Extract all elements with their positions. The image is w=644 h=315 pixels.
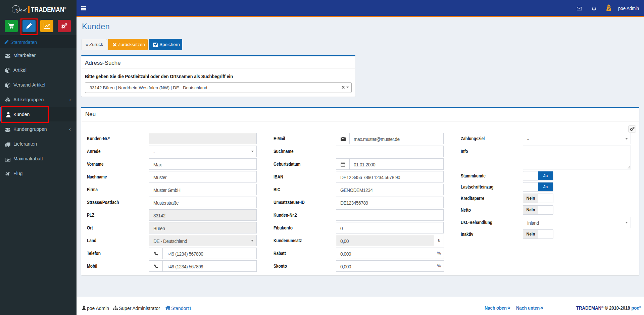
svg-text:o: o [20, 8, 22, 12]
svg-text:p: p [15, 8, 17, 12]
svg-text:e: e [24, 8, 26, 12]
